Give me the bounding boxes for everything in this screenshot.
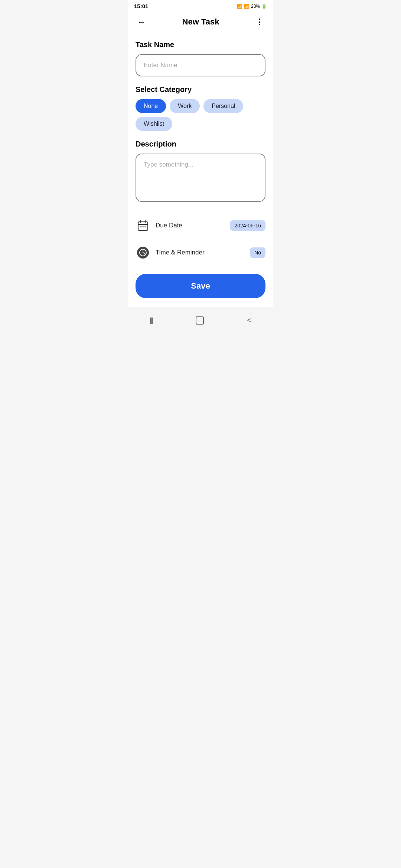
status-time: 15:01 <box>134 3 148 9</box>
svg-rect-5 <box>142 226 144 227</box>
category-button-wishlist[interactable]: Wishlist <box>136 117 172 131</box>
main-content: Task Name Select Category None Work Pers… <box>128 33 273 307</box>
svg-rect-6 <box>144 226 146 227</box>
clock-icon <box>136 245 150 260</box>
category-button-personal[interactable]: Personal <box>203 99 243 113</box>
due-date-row[interactable]: Due Date 2024-06-16 <box>136 212 265 239</box>
due-date-value[interactable]: 2024-06-16 <box>230 220 265 231</box>
app-bar: ← New Task ⋮ <box>128 11 273 33</box>
svg-line-9 <box>143 253 144 253</box>
category-section: Select Category None Work Personal Wishl… <box>136 85 265 131</box>
task-name-label: Task Name <box>136 40 265 49</box>
status-icons: 📶 📶 28% 🔋 <box>237 4 267 9</box>
calendar-icon <box>136 218 150 233</box>
due-date-label: Due Date <box>156 222 230 229</box>
time-reminder-label: Time & Reminder <box>156 249 250 256</box>
description-section: Description <box>136 140 265 203</box>
battery-icon: 🔋 <box>261 4 267 9</box>
category-buttons: None Work Personal Wishlist <box>136 99 265 131</box>
nav-back-button[interactable] <box>238 313 260 328</box>
save-button[interactable]: Save <box>136 274 265 298</box>
time-reminder-row[interactable]: Time & Reminder No <box>136 239 265 266</box>
bottom-nav-bar <box>128 307 273 336</box>
time-reminder-value[interactable]: No <box>250 247 265 258</box>
more-options-button[interactable]: ⋮ <box>254 16 265 28</box>
description-label: Description <box>136 140 265 148</box>
status-bar: 15:01 📶 📶 28% 🔋 <box>128 0 273 11</box>
nav-home-button[interactable] <box>187 313 213 328</box>
category-label: Select Category <box>136 85 265 94</box>
back-nav-icon <box>247 316 251 325</box>
wifi-icon: 📶 <box>237 4 242 9</box>
task-name-input[interactable] <box>136 54 265 76</box>
home-icon <box>196 316 204 325</box>
page-title: New Task <box>182 17 219 27</box>
description-input[interactable] <box>136 154 265 202</box>
nav-recent-button[interactable] <box>141 313 162 327</box>
svg-rect-4 <box>140 226 142 227</box>
category-button-work[interactable]: Work <box>170 99 200 113</box>
battery-text: 28% <box>251 4 260 9</box>
category-button-none[interactable]: None <box>136 99 166 113</box>
back-button[interactable]: ← <box>136 15 147 29</box>
signal-icon: 📶 <box>244 4 250 9</box>
recent-apps-icon <box>150 316 153 324</box>
